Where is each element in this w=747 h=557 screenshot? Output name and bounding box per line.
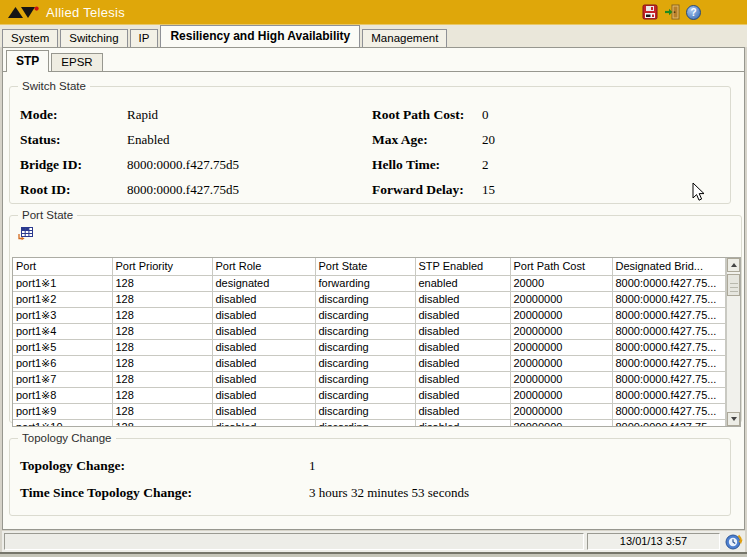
cell-cost: 20000000 — [510, 339, 612, 355]
cell-port: port1※6 — [13, 355, 112, 371]
arrow-up-icon — [731, 263, 737, 267]
scrollbar-track[interactable] — [727, 272, 740, 412]
field-label: Mode: — [20, 107, 127, 123]
field-value: Rapid — [127, 107, 158, 123]
column-header-port-role[interactable]: Port Role — [212, 258, 315, 275]
topology-change-group: Topology Change Topology Change: 1 Time … — [9, 432, 731, 516]
port-table-row[interactable]: port1※9 128 disabled discarding disabled… — [13, 403, 726, 419]
port-table-row[interactable]: port1※4 128 disabled discarding disabled… — [13, 323, 726, 339]
cell-priority: 128 — [112, 419, 212, 427]
sub-tab[interactable]: EPSR — [51, 53, 102, 71]
cell-role: disabled — [212, 403, 315, 419]
cell-cost: 20000000 — [510, 291, 612, 307]
cell-port: port1※3 — [13, 307, 112, 323]
cell-stp: disabled — [415, 419, 510, 427]
cell-bridge: 8000:0000.f427.75... — [612, 419, 726, 427]
cell-cost: 20000000 — [510, 371, 612, 387]
cell-port: port1※1 — [13, 275, 112, 291]
main-tab[interactable]: Management — [362, 29, 447, 47]
port-table-row[interactable]: port1※1 128 designated forwarding enable… — [13, 275, 726, 291]
field-label: Hello Time: — [372, 157, 482, 173]
main-tab[interactable]: Switching — [60, 29, 127, 47]
cell-port: port1※10 — [13, 419, 112, 427]
save-icon[interactable] — [641, 4, 658, 21]
scroll-up-button[interactable] — [727, 258, 740, 272]
sub-tab[interactable]: STP — [6, 50, 49, 72]
field-value: 8000:0000.f427.75d5 — [127, 182, 239, 198]
cell-bridge: 8000:0000.f427.75... — [612, 403, 726, 419]
switch-state-field: Max Age: 20 — [372, 127, 495, 152]
field-label: Topology Change: — [20, 458, 309, 474]
port-table-row[interactable]: port1※2 128 disabled discarding disabled… — [13, 291, 726, 307]
cell-bridge: 8000:0000.f427.75... — [612, 355, 726, 371]
column-header-port-priority[interactable]: Port Priority — [112, 258, 212, 275]
cell-role: disabled — [212, 307, 315, 323]
content-panel: STP EPSR Switch State Mode: Rapid — [2, 47, 745, 530]
status-bar: 13/01/13 3:57 — [2, 531, 745, 552]
port-state-legend: Port State — [18, 209, 77, 221]
cell-stp: disabled — [415, 307, 510, 323]
cell-role: disabled — [212, 323, 315, 339]
timestamp-display: 13/01/13 3:57 — [587, 533, 720, 550]
port-table-row[interactable]: port1※8 128 disabled discarding disabled… — [13, 387, 726, 403]
switch-state-field: Forward Delay: 15 — [372, 177, 495, 202]
column-header-port[interactable]: Port — [13, 258, 112, 275]
clock-refresh-icon[interactable] — [724, 532, 743, 551]
port-table-row[interactable]: port1※5 128 disabled discarding disabled… — [13, 339, 726, 355]
port-table-row[interactable]: port1※3 128 disabled discarding disabled… — [13, 307, 726, 323]
switch-state-field: Hello Time: 2 — [372, 152, 495, 177]
field-value: 2 — [482, 157, 489, 173]
cell-bridge: 8000:0000.f427.75... — [612, 323, 726, 339]
cell-priority: 128 — [112, 403, 212, 419]
column-header-port-path-cost[interactable]: Port Path Cost — [510, 258, 612, 275]
scrollbar-thumb[interactable] — [727, 274, 740, 296]
cell-cost: 20000000 — [510, 419, 612, 427]
cell-priority: 128 — [112, 323, 212, 339]
port-table-row[interactable]: port1※7 128 disabled discarding disabled… — [13, 371, 726, 387]
cell-stp: disabled — [415, 403, 510, 419]
cell-bridge: 8000:0000.f427.75... — [612, 387, 726, 403]
scroll-down-button[interactable] — [727, 412, 740, 426]
main-tab[interactable]: IP — [130, 29, 159, 47]
cell-role: disabled — [212, 387, 315, 403]
window-bottom-edge — [0, 552, 747, 557]
main-tab[interactable]: System — [2, 29, 58, 47]
cell-state: discarding — [315, 291, 415, 307]
field-value: Enabled — [127, 132, 170, 148]
cell-state: discarding — [315, 323, 415, 339]
switch-state-field: Bridge ID: 8000:0000.f427.75d5 — [20, 152, 372, 177]
cell-role: designated — [212, 275, 315, 291]
stp-page: Switch State Mode: Rapid Status: E — [3, 72, 744, 529]
cell-bridge: 8000:0000.f427.75... — [612, 339, 726, 355]
port-table-row[interactable]: port1※6 128 disabled discarding disabled… — [13, 355, 726, 371]
cell-state: forwarding — [315, 275, 415, 291]
cell-stp: disabled — [415, 339, 510, 355]
column-header-designated-bridge[interactable]: Designated Brid... — [612, 258, 726, 275]
field-value: 8000:0000.f427.75d5 — [127, 157, 239, 173]
cell-state: discarding — [315, 419, 415, 427]
cell-state: discarding — [315, 355, 415, 371]
field-label: Root ID: — [20, 182, 127, 198]
column-header-port-state[interactable]: Port State — [315, 258, 415, 275]
cell-priority: 128 — [112, 291, 212, 307]
cell-cost: 20000 — [510, 275, 612, 291]
cell-state: discarding — [315, 307, 415, 323]
cell-state: discarding — [315, 371, 415, 387]
cell-stp: disabled — [415, 387, 510, 403]
cell-port: port1※7 — [13, 371, 112, 387]
column-header-stp-enabled[interactable]: STP Enabled — [415, 258, 510, 275]
table-grid-icon[interactable] — [17, 226, 35, 244]
cell-priority: 128 — [112, 275, 212, 291]
main-tab[interactable]: Resiliency and High Availability — [160, 25, 360, 47]
logout-icon[interactable] — [663, 4, 680, 21]
help-icon[interactable]: ? — [685, 4, 702, 21]
table-scrollbar[interactable] — [726, 258, 740, 426]
topology-field: Topology Change: 1 — [20, 452, 730, 479]
switch-state-field: Status: Enabled — [20, 127, 372, 152]
cell-state: discarding — [315, 403, 415, 419]
port-table-row[interactable]: port1※10 128 disabled discarding disable… — [13, 419, 726, 427]
cell-priority: 128 — [112, 371, 212, 387]
field-label: Root Path Cost: — [372, 107, 482, 123]
cell-role: disabled — [212, 291, 315, 307]
port-table: Port Port Priority Port Role Port State … — [13, 258, 726, 427]
